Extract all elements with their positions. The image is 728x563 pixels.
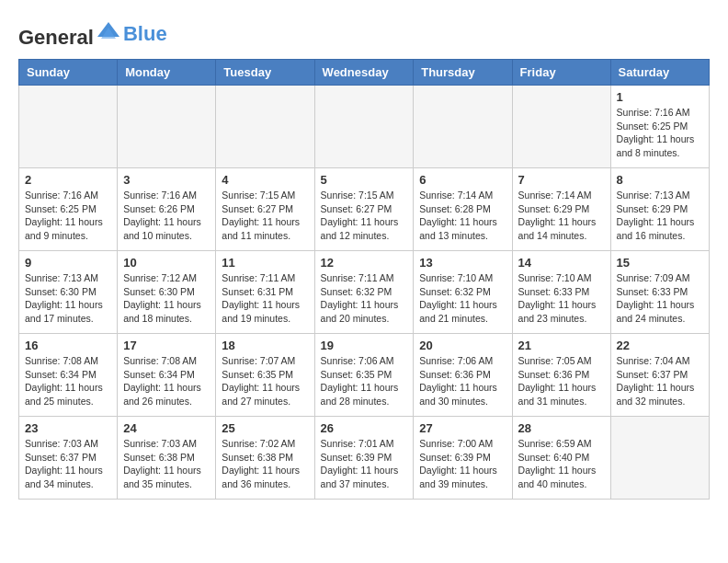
day-cell: 11Sunrise: 7:11 AM Sunset: 6:31 PM Dayli…: [216, 251, 314, 334]
day-cell: 9Sunrise: 7:13 AM Sunset: 6:30 PM Daylig…: [19, 251, 118, 334]
page-header: General Blue: [18, 18, 710, 50]
day-cell: 26Sunrise: 7:01 AM Sunset: 6:39 PM Dayli…: [314, 417, 414, 500]
day-number: 20: [419, 339, 506, 352]
header-friday: Friday: [512, 60, 610, 86]
day-info: Sunrise: 7:16 AM Sunset: 6:25 PM Dayligh…: [25, 189, 111, 243]
day-cell: 24Sunrise: 7:03 AM Sunset: 6:38 PM Dayli…: [118, 417, 216, 500]
logo-text: General: [18, 18, 121, 50]
day-cell: 4Sunrise: 7:15 AM Sunset: 6:27 PM Daylig…: [216, 168, 314, 251]
week-row-3: 9Sunrise: 7:13 AM Sunset: 6:30 PM Daylig…: [19, 251, 710, 334]
day-number: 3: [123, 173, 210, 187]
day-number: 8: [617, 173, 703, 187]
day-info: Sunrise: 7:12 AM Sunset: 6:30 PM Dayligh…: [123, 271, 210, 326]
day-info: Sunrise: 7:13 AM Sunset: 6:30 PM Dayligh…: [25, 271, 111, 326]
day-cell: 3Sunrise: 7:16 AM Sunset: 6:26 PM Daylig…: [118, 168, 216, 251]
day-cell: 14Sunrise: 7:10 AM Sunset: 6:33 PM Dayli…: [512, 251, 610, 334]
day-info: Sunrise: 7:04 AM Sunset: 6:37 PM Dayligh…: [617, 354, 703, 408]
day-cell: 17Sunrise: 7:08 AM Sunset: 6:34 PM Dayli…: [118, 334, 216, 417]
day-number: 15: [617, 256, 703, 270]
day-cell: 18Sunrise: 7:07 AM Sunset: 6:35 PM Dayli…: [216, 334, 314, 417]
day-cell: 27Sunrise: 7:00 AM Sunset: 6:39 PM Dayli…: [414, 417, 512, 500]
day-info: Sunrise: 7:13 AM Sunset: 6:29 PM Dayligh…: [617, 189, 703, 243]
day-info: Sunrise: 7:02 AM Sunset: 6:38 PM Dayligh…: [222, 437, 308, 491]
day-cell: 2Sunrise: 7:16 AM Sunset: 6:25 PM Daylig…: [19, 168, 118, 251]
day-info: Sunrise: 7:15 AM Sunset: 6:27 PM Dayligh…: [222, 189, 308, 243]
calendar: SundayMondayTuesdayWednesdayThursdayFrid…: [18, 59, 710, 500]
day-number: 2: [25, 173, 111, 187]
day-info: Sunrise: 7:09 AM Sunset: 6:33 PM Dayligh…: [617, 271, 703, 326]
week-row-4: 16Sunrise: 7:08 AM Sunset: 6:34 PM Dayli…: [19, 334, 710, 417]
day-cell: [19, 86, 118, 168]
day-cell: [610, 417, 709, 500]
day-cell: [414, 86, 512, 168]
day-info: Sunrise: 7:14 AM Sunset: 6:28 PM Dayligh…: [419, 189, 506, 243]
day-number: 28: [518, 421, 605, 435]
day-number: 14: [518, 256, 605, 270]
day-cell: 1Sunrise: 7:16 AM Sunset: 6:25 PM Daylig…: [610, 86, 709, 168]
header-tuesday: Tuesday: [216, 60, 314, 86]
day-number: 11: [222, 256, 308, 270]
day-cell: 20Sunrise: 7:06 AM Sunset: 6:36 PM Dayli…: [414, 334, 512, 417]
day-cell: 13Sunrise: 7:10 AM Sunset: 6:32 PM Dayli…: [414, 251, 512, 334]
day-number: 22: [617, 339, 703, 352]
day-info: Sunrise: 7:16 AM Sunset: 6:26 PM Dayligh…: [123, 189, 210, 243]
logo-icon: [96, 18, 121, 44]
day-number: 9: [25, 256, 111, 270]
day-info: Sunrise: 7:14 AM Sunset: 6:29 PM Dayligh…: [518, 189, 605, 243]
day-number: 18: [222, 339, 308, 352]
header-saturday: Saturday: [610, 60, 709, 86]
day-number: 19: [321, 339, 408, 352]
day-info: Sunrise: 7:07 AM Sunset: 6:35 PM Dayligh…: [222, 354, 308, 408]
day-cell: 16Sunrise: 7:08 AM Sunset: 6:34 PM Dayli…: [19, 334, 118, 417]
day-cell: 5Sunrise: 7:15 AM Sunset: 6:27 PM Daylig…: [314, 168, 414, 251]
day-info: Sunrise: 7:11 AM Sunset: 6:31 PM Dayligh…: [222, 271, 308, 326]
day-number: 12: [321, 256, 408, 270]
day-cell: 15Sunrise: 7:09 AM Sunset: 6:33 PM Dayli…: [610, 251, 709, 334]
day-cell: 10Sunrise: 7:12 AM Sunset: 6:30 PM Dayli…: [118, 251, 216, 334]
day-info: Sunrise: 7:15 AM Sunset: 6:27 PM Dayligh…: [321, 189, 408, 243]
day-info: Sunrise: 6:59 AM Sunset: 6:40 PM Dayligh…: [518, 437, 605, 491]
day-number: 13: [419, 256, 506, 270]
day-info: Sunrise: 7:03 AM Sunset: 6:38 PM Dayligh…: [123, 437, 210, 491]
day-info: Sunrise: 7:10 AM Sunset: 6:33 PM Dayligh…: [518, 271, 605, 326]
day-info: Sunrise: 7:00 AM Sunset: 6:39 PM Dayligh…: [419, 437, 506, 491]
day-number: 17: [123, 339, 210, 352]
day-cell: 23Sunrise: 7:03 AM Sunset: 6:37 PM Dayli…: [19, 417, 118, 500]
day-number: 27: [419, 421, 506, 435]
day-info: Sunrise: 7:08 AM Sunset: 6:34 PM Dayligh…: [25, 354, 111, 408]
day-cell: 28Sunrise: 6:59 AM Sunset: 6:40 PM Dayli…: [512, 417, 610, 500]
header-thursday: Thursday: [414, 60, 512, 86]
day-cell: 12Sunrise: 7:11 AM Sunset: 6:32 PM Dayli…: [314, 251, 414, 334]
day-cell: 22Sunrise: 7:04 AM Sunset: 6:37 PM Dayli…: [610, 334, 709, 417]
calendar-header-row: SundayMondayTuesdayWednesdayThursdayFrid…: [19, 60, 710, 86]
day-cell: [118, 86, 216, 168]
header-monday: Monday: [118, 60, 216, 86]
day-number: 24: [123, 421, 210, 435]
day-cell: 25Sunrise: 7:02 AM Sunset: 6:38 PM Dayli…: [216, 417, 314, 500]
day-number: 4: [222, 173, 308, 187]
header-sunday: Sunday: [19, 60, 118, 86]
day-number: 7: [518, 173, 605, 187]
day-cell: 21Sunrise: 7:05 AM Sunset: 6:36 PM Dayli…: [512, 334, 610, 417]
day-cell: [216, 86, 314, 168]
logo: General Blue: [18, 18, 167, 50]
day-number: 1: [617, 90, 703, 104]
logo-blue-text: Blue: [123, 22, 167, 46]
day-cell: [314, 86, 414, 168]
day-cell: 8Sunrise: 7:13 AM Sunset: 6:29 PM Daylig…: [610, 168, 709, 251]
day-info: Sunrise: 7:01 AM Sunset: 6:39 PM Dayligh…: [321, 437, 408, 491]
day-number: 16: [25, 339, 111, 352]
day-number: 23: [25, 421, 111, 435]
week-row-5: 23Sunrise: 7:03 AM Sunset: 6:37 PM Dayli…: [19, 417, 710, 500]
day-number: 26: [321, 421, 408, 435]
day-info: Sunrise: 7:05 AM Sunset: 6:36 PM Dayligh…: [518, 354, 605, 408]
day-number: 5: [321, 173, 408, 187]
day-info: Sunrise: 7:06 AM Sunset: 6:36 PM Dayligh…: [419, 354, 506, 408]
header-wednesday: Wednesday: [314, 60, 414, 86]
day-info: Sunrise: 7:03 AM Sunset: 6:37 PM Dayligh…: [25, 437, 111, 491]
day-info: Sunrise: 7:10 AM Sunset: 6:32 PM Dayligh…: [419, 271, 506, 326]
week-row-2: 2Sunrise: 7:16 AM Sunset: 6:25 PM Daylig…: [19, 168, 710, 251]
day-info: Sunrise: 7:11 AM Sunset: 6:32 PM Dayligh…: [321, 271, 408, 326]
day-cell: 6Sunrise: 7:14 AM Sunset: 6:28 PM Daylig…: [414, 168, 512, 251]
day-info: Sunrise: 7:06 AM Sunset: 6:35 PM Dayligh…: [321, 354, 408, 408]
